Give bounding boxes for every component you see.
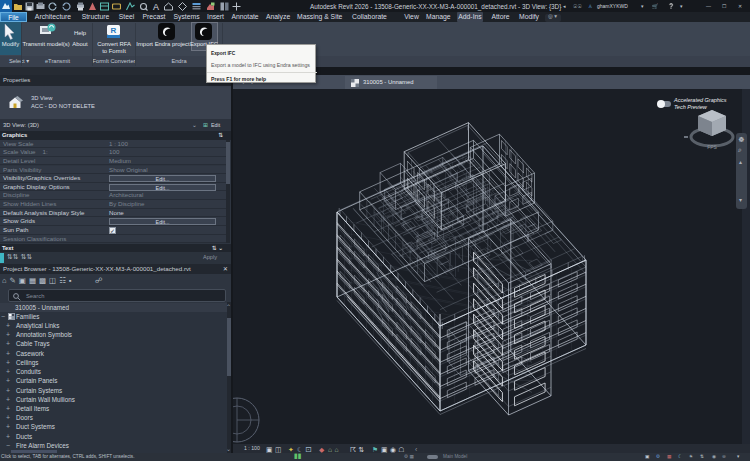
svg-text:FPS: FPS: [707, 144, 717, 150]
svg-text:A: A: [153, 2, 159, 11]
svg-text:R: R: [111, 26, 117, 35]
